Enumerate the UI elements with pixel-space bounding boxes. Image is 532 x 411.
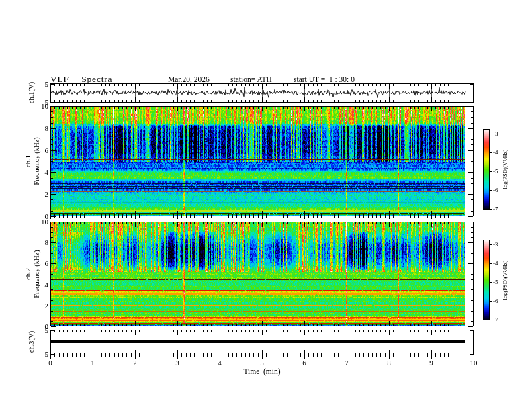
x-tick-label: 1 xyxy=(91,359,95,367)
ch3-y-tick-label: -5 xyxy=(42,350,48,358)
spec1-y-tick-label: 4 xyxy=(45,168,49,176)
x-tick-label: 10 xyxy=(470,359,478,367)
x-tick-label: 0 xyxy=(48,359,52,367)
ylabel-ch3-voltage: ch.3(V) xyxy=(28,331,36,353)
wave-y-tick-label: 5 xyxy=(45,80,49,88)
x-tick-label: 8 xyxy=(387,359,391,367)
plot-canvas xyxy=(0,0,532,411)
colorbar1-tick-label: -7 xyxy=(493,205,498,212)
colorbar1-tick-label: -4 xyxy=(493,149,498,156)
ylabel-ch2-frequency: ch.2 Frequency (kHz) xyxy=(24,250,41,298)
spec1-y-tick-label: 6 xyxy=(45,146,49,154)
spec1-y-tick-label: 8 xyxy=(45,124,49,132)
x-tick-label: 9 xyxy=(429,359,433,367)
colorbar2-tick-label: -4 xyxy=(493,260,498,267)
colorbar1-tick-label: -5 xyxy=(493,168,498,175)
colorbar1-tick-label: -3 xyxy=(493,130,498,137)
colorbar2-label: log(PSD)(V²/Hz) xyxy=(502,261,508,300)
spec2-y-tick-label: 2 xyxy=(45,302,49,310)
colorbar1-label: log(PSD)(V²/Hz) xyxy=(502,150,508,189)
colorbar2-tick-label: -6 xyxy=(493,298,498,304)
x-tick-label: 2 xyxy=(133,359,137,367)
header-start-ut: start UT = 1 : 30: 0 xyxy=(294,75,355,83)
ylabel-ch1-line2: Frequency (kHz) xyxy=(33,137,40,185)
x-tick-label: 5 xyxy=(260,359,264,367)
ylabel-ch2-line2: Frequency (kHz) xyxy=(33,250,40,298)
colorbar2-tick-label: -3 xyxy=(493,241,498,248)
colorbar2-tick-label: -7 xyxy=(493,316,498,323)
ylabel-ch2-line1: ch.2 xyxy=(24,268,32,280)
vlf-spectra-figure: VLF Spectra Mar.20, 2026 station= ATH st… xyxy=(0,0,532,411)
spec2-y-tick-label: 10 xyxy=(41,218,48,226)
colorbar1-tick-label: -6 xyxy=(493,187,498,193)
ylabel-ch1-voltage: ch.1(V) xyxy=(28,82,36,103)
x-tick-label: 7 xyxy=(345,359,349,367)
page-title: VLF Spectra xyxy=(50,74,112,85)
spec2-y-tick-label: 8 xyxy=(45,238,49,246)
header-station: station= ATH xyxy=(230,75,272,83)
ch3-y-tick-label: 5 xyxy=(45,326,49,334)
ylabel-ch1-frequency: ch.1 Frequency (kHz) xyxy=(24,137,41,185)
spec2-y-tick-label: 4 xyxy=(45,281,49,289)
header-date: Mar.20, 2026 xyxy=(168,75,210,83)
spec2-y-tick-label: 6 xyxy=(45,259,49,267)
spec1-y-tick-label: 10 xyxy=(41,102,48,110)
x-tick-label: 3 xyxy=(175,359,179,367)
colorbar2-tick-label: -5 xyxy=(493,279,498,285)
ylabel-ch1-line1: ch.1 xyxy=(24,155,32,167)
spec1-y-tick-label: 2 xyxy=(45,190,49,198)
x-axis-label: Time (min) xyxy=(243,367,280,375)
x-tick-label: 6 xyxy=(302,359,306,367)
x-tick-label: 4 xyxy=(218,359,222,367)
